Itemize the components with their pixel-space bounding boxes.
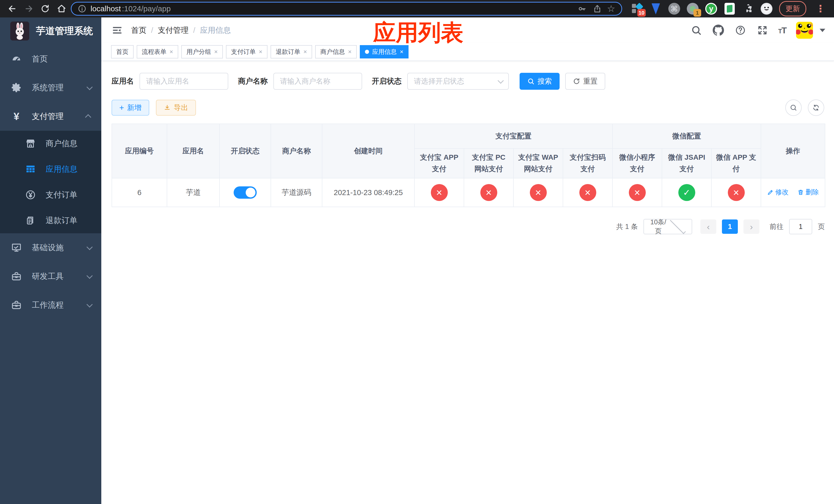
help-circle-icon[interactable]: [734, 24, 747, 37]
refresh-table-button[interactable]: [808, 99, 824, 116]
chevron-down-icon: [86, 301, 93, 307]
tab-user-group[interactable]: 用户分组: [181, 45, 223, 59]
tab-process-form[interactable]: 流程表单: [137, 45, 178, 59]
forward-arrow-icon[interactable]: [22, 2, 36, 16]
reload-icon[interactable]: [38, 2, 52, 16]
close-icon[interactable]: [348, 48, 352, 55]
col-merchant: 商户名称: [271, 124, 322, 178]
sidebar-item-system[interactable]: 系统管理: [0, 73, 101, 102]
password-key-icon[interactable]: [576, 3, 588, 14]
breadcrumb: 首页 / 支付管理 / 应用信息: [131, 25, 231, 36]
app-name-input[interactable]: [139, 73, 228, 90]
col-app-name: 应用名: [167, 124, 220, 178]
cell-merchant: 芋道源码: [271, 178, 322, 207]
chrome-update-button[interactable]: 更新: [779, 1, 806, 17]
user-avatar[interactable]: [796, 22, 813, 39]
extension-pinned-icon[interactable]: 10: [631, 3, 643, 15]
sidebar-item-infra[interactable]: 基础设施: [0, 233, 101, 262]
extensions-puzzle-icon[interactable]: [742, 3, 754, 15]
tab-pay-order[interactable]: 支付订单: [226, 45, 267, 59]
page-size-select[interactable]: 10条/页: [643, 219, 692, 234]
extension-y-icon[interactable]: y: [705, 3, 717, 15]
github-icon[interactable]: [712, 24, 724, 37]
col-created: 创建时间: [322, 124, 414, 178]
tab-merchant-info[interactable]: 商户信息: [315, 45, 357, 59]
sidebar-item-payment[interactable]: ¥ 支付管理: [0, 102, 101, 131]
tab-label: 退款订单: [276, 48, 300, 56]
delete-link[interactable]: 删除: [797, 188, 819, 197]
sidebar-item-refund-order[interactable]: 退款订单: [0, 208, 101, 233]
extension-command-icon[interactable]: ⌘: [668, 3, 680, 15]
search-icon[interactable]: [690, 24, 702, 37]
page-size-value: 10条/页: [649, 217, 667, 235]
sidebar-item-app-info[interactable]: 应用信息: [0, 156, 101, 182]
avatar-caret-icon[interactable]: [820, 29, 825, 32]
browser-menu-icon[interactable]: ⋮: [813, 3, 828, 14]
close-icon[interactable]: [259, 48, 262, 55]
close-icon[interactable]: [400, 48, 403, 55]
extension-notes-icon[interactable]: [724, 3, 736, 15]
yen-icon: ¥: [10, 110, 23, 122]
font-size-icon[interactable]: TT: [778, 25, 786, 36]
sidebar-item-pay-order[interactable]: 支付订单: [0, 182, 101, 208]
status-select-placeholder: 请选择开启状态: [414, 76, 498, 86]
sidebar-item-merchant-info[interactable]: 商户信息: [0, 131, 101, 156]
breadcrumb-payment: 支付管理: [158, 25, 189, 36]
edit-link[interactable]: 修改: [767, 188, 789, 197]
sidebar-item-label: 工作流程: [32, 300, 87, 311]
extension-emoji-icon[interactable]: [761, 3, 772, 15]
page-number-button[interactable]: 1: [722, 220, 738, 234]
search-button[interactable]: 搜索: [520, 73, 559, 90]
sidebar-item-home[interactable]: 首页: [0, 45, 101, 73]
col-alipay-qr: 支付宝扫码支付: [563, 148, 612, 178]
home-icon[interactable]: [54, 2, 69, 16]
cell-app-id: 6: [112, 178, 167, 207]
cell-created: 2021-10-23 08:49:25: [322, 178, 414, 207]
table-toolbar: + 新增 导出: [112, 99, 824, 116]
back-arrow-icon[interactable]: [5, 2, 20, 16]
hide-search-button[interactable]: [785, 99, 802, 116]
breadcrumb-separator: /: [151, 26, 153, 35]
col-wx-jsapi: 微信 JSAPI 支付: [662, 148, 711, 178]
status-toggle[interactable]: [234, 186, 257, 199]
extension-proxy-icon[interactable]: 1: [687, 3, 699, 15]
tags-view-bar: 首页 流程表单 用户分组 支付订单 退款订单 商户信息: [101, 43, 834, 61]
url-bar[interactable]: localhost :1024/pay/app ☆: [71, 2, 622, 16]
tab-home[interactable]: 首页: [111, 45, 134, 59]
sidebar-item-devtools[interactable]: 研发工具: [0, 262, 101, 291]
sidebar-item-label: 首页: [32, 53, 91, 64]
navbar-actions: TT: [690, 22, 825, 39]
chevron-down-icon: [670, 218, 686, 234]
sidebar-item-workflow[interactable]: 工作流程: [0, 291, 101, 319]
close-icon[interactable]: [214, 48, 218, 55]
monitor-check-icon: [10, 242, 23, 254]
site-info-icon[interactable]: [78, 4, 86, 13]
extension-badge: 10: [637, 9, 646, 17]
tab-label: 首页: [116, 48, 129, 56]
reset-button[interactable]: 重置: [565, 73, 605, 90]
tab-label: 流程表单: [142, 48, 167, 56]
document-icon: [25, 214, 37, 226]
sidebar-item-label: 支付管理: [32, 111, 87, 122]
add-button[interactable]: + 新增: [112, 100, 149, 116]
fullscreen-icon[interactable]: [756, 24, 769, 37]
collapse-sidebar-icon[interactable]: [110, 23, 124, 38]
search-form: 应用名 商户名称 开启状态 请选择开启状态 搜索 重置: [112, 73, 824, 90]
share-icon[interactable]: [592, 3, 603, 14]
tab-label: 用户分组: [186, 48, 211, 56]
close-icon[interactable]: [303, 48, 307, 55]
breadcrumb-home[interactable]: 首页: [131, 25, 147, 36]
chevron-down-icon: [86, 273, 93, 279]
tab-refund-order[interactable]: 退款订单: [270, 45, 312, 59]
extension-kite-icon[interactable]: [650, 3, 662, 15]
bookmark-star-icon[interactable]: ☆: [607, 4, 615, 13]
next-page-button[interactable]: [744, 220, 760, 234]
app-title: 芋道管理系统: [36, 25, 93, 38]
close-icon[interactable]: [170, 48, 173, 55]
prev-page-button[interactable]: [700, 220, 716, 234]
group-wechat-config: 微信配置: [612, 124, 761, 148]
status-select[interactable]: 请选择开启状态: [407, 73, 509, 90]
merchant-name-input[interactable]: [273, 73, 362, 90]
export-button[interactable]: 导出: [156, 100, 196, 116]
goto-page-input[interactable]: [789, 219, 812, 234]
